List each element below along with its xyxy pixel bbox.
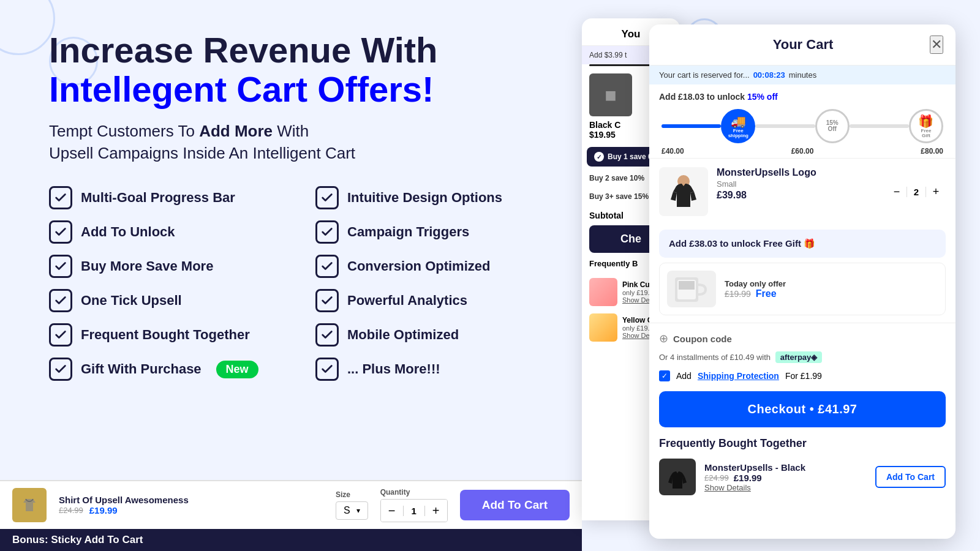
cart-item-image xyxy=(659,167,708,216)
sticky-size-label: Size xyxy=(336,490,368,499)
feature-item: Campaign Triggers xyxy=(315,220,545,244)
check-icon-8 xyxy=(315,220,339,244)
gift-item-prices: £19.99 Free xyxy=(725,288,938,299)
cart-qty-value: 2 xyxy=(907,187,926,197)
checkout-button[interactable]: Checkout • £41.97 xyxy=(659,391,946,427)
freq-bought-new-price: £19.99 xyxy=(734,473,762,483)
sticky-new-price: £19.99 xyxy=(89,505,118,515)
prog-node-1: 🚚 Freeshipping xyxy=(721,109,755,143)
svg-rect-4 xyxy=(679,281,695,290)
free-gift-banner: Add £38.03 to unlock Free Gift 🎁 xyxy=(659,230,946,258)
progress-bar-section: 🚚 Freeshipping 15%Off 🎁 FreeGift xyxy=(649,102,956,158)
cart-close-button[interactable]: ✕ xyxy=(930,36,943,54)
prog-segment-1 xyxy=(662,124,721,128)
freq-add-to-cart-button[interactable]: Add To Cart xyxy=(875,466,946,488)
timer-suffix: minutes xyxy=(789,70,817,80)
coupon-label[interactable]: Coupon code xyxy=(673,334,732,344)
afterpay-row: Or 4 installments of £10.49 with afterpa… xyxy=(659,351,946,363)
freq-bought-details: MonsterUpsells - Black £24.99 £19.99 Sho… xyxy=(704,462,867,492)
feature-col-1: Multi-Goal Progress Bar Add To Unlock Bu… xyxy=(49,186,279,381)
freq-bought-old-price: £24.99 xyxy=(704,473,729,482)
freq-bought-prices: £24.99 £19.99 xyxy=(704,473,867,483)
sticky-product-name: Shirt Of Upsell Awesomeness xyxy=(59,495,323,505)
qty-increase-button[interactable]: + xyxy=(425,500,447,522)
cart-qty-decrease-button[interactable]: − xyxy=(887,182,907,201)
gift-icon: 🎁 xyxy=(918,114,933,129)
check-icon-12 xyxy=(315,358,339,381)
freq-bought-image xyxy=(659,459,696,495)
prog-segment-3 xyxy=(850,124,909,128)
feature-label-1: Multi-Goal Progress Bar xyxy=(81,190,235,206)
feature-label-3: Buy More Save More xyxy=(81,258,213,274)
check-icon-2 xyxy=(49,220,72,244)
sticky-qty-value: 1 xyxy=(403,506,425,516)
check-icon-4 xyxy=(49,289,72,312)
freq-bought-name: MonsterUpsells - Black xyxy=(704,462,867,473)
check-active-icon: ✓ xyxy=(594,152,604,162)
feature-label-7: Intuitive Design Options xyxy=(347,190,502,206)
frequently-bought-title: Frequently Bought Together xyxy=(659,437,946,450)
shipping-link[interactable]: Shipping Protection xyxy=(698,371,779,381)
cart-header: Your Cart ✕ xyxy=(649,24,956,66)
feature-col-2: Intuitive Design Options Campaign Trigge… xyxy=(315,186,545,381)
cart-timer: 00:08:23 xyxy=(753,70,785,80)
cart-unlock-bar: Add £18.03 to unlock 15% off xyxy=(649,84,956,102)
feature-item: ... Plus More!!! xyxy=(315,358,545,381)
prog-label-1: £40.00 xyxy=(662,147,755,156)
feature-label-6: Gift With Purchase xyxy=(81,361,202,377)
shipping-add-text: Add xyxy=(676,371,692,381)
cart-title: Your Cart xyxy=(676,37,930,53)
afterpay-badge: afterpay◈ xyxy=(775,351,823,363)
cart-item-size: Small xyxy=(717,179,878,189)
cart-panel-main: Your Cart ✕ Your cart is reserved for...… xyxy=(649,24,956,539)
chevron-down-icon: ▾ xyxy=(356,506,360,515)
shipping-checkbox[interactable]: ✓ xyxy=(659,370,670,381)
prog-labels: £40.00 £60.00 £80.00 xyxy=(662,147,943,156)
truck-icon: 🚚 xyxy=(731,114,746,129)
free-gift-text: Add £38.03 to unlock Free Gift 🎁 xyxy=(669,238,815,249)
cart-item-qty-control: − 2 + xyxy=(887,167,946,216)
sticky-qty-section: Quantity − 1 + xyxy=(380,488,448,522)
cart-qty-increase-button[interactable]: + xyxy=(926,182,946,201)
sticky-qty-label: Quantity xyxy=(380,488,448,497)
check-icon-1 xyxy=(49,186,72,209)
cart-item-name: MonsterUpsells Logo xyxy=(717,167,878,178)
subheadline: Tempt Customers To Add More With Upsell … xyxy=(49,120,545,165)
feature-item: Intuitive Design Options xyxy=(315,186,545,209)
shipping-price: For £1.99 xyxy=(785,371,822,381)
freq-item-img-2 xyxy=(589,313,617,342)
feature-label-11: Mobile Optimized xyxy=(347,327,459,343)
feature-label-5: Frequent Bought Together xyxy=(81,327,250,343)
check-icon-3 xyxy=(49,255,72,278)
sticky-size-value: S xyxy=(344,505,350,516)
cart-item-details: MonsterUpsells Logo Small £39.98 xyxy=(717,167,878,216)
cart-reserved-bar: Your cart is reserved for... 00:08:23 mi… xyxy=(649,66,956,84)
sticky-add-to-cart-button[interactable]: Add To Cart xyxy=(460,490,570,520)
sticky-size-select[interactable]: S ▾ xyxy=(336,501,368,520)
check-icon-10 xyxy=(315,289,339,312)
cart-item-price: £39.98 xyxy=(717,190,878,201)
coupon-row: ⊕ Coupon code xyxy=(659,332,946,345)
qty-decrease-button[interactable]: − xyxy=(381,500,403,522)
sticky-old-price: £24.99 xyxy=(59,506,83,515)
sticky-product-info: Shirt Of Upsell Awesomeness £24.99 £19.9… xyxy=(59,495,323,515)
new-badge: New xyxy=(216,361,258,378)
prog-node-2: 15%Off xyxy=(815,109,850,143)
feature-label-12: ... Plus More!!! xyxy=(347,361,440,377)
cart-bg-product-img: ◼ xyxy=(589,73,632,116)
feature-label-10: Powerful Analytics xyxy=(347,293,467,309)
freq-bought-show-details[interactable]: Show Details xyxy=(704,483,867,492)
sticky-size-section: Size S ▾ xyxy=(336,490,368,520)
check-icon-7 xyxy=(315,186,339,209)
cart-item: MonsterUpsells Logo Small £39.98 − 2 + xyxy=(649,158,956,225)
coupon-icon: ⊕ xyxy=(659,332,668,345)
reserved-text: Your cart is reserved for... xyxy=(659,70,750,80)
shipping-row: ✓ Add Shipping Protection For £1.99 xyxy=(659,370,946,381)
prog-label-2: £60.00 xyxy=(755,147,849,156)
check-icon-6 xyxy=(49,358,72,381)
sticky-product-thumbnail xyxy=(12,488,47,522)
check-icon-9 xyxy=(315,255,339,278)
gift-item: Today only offer £19.99 Free xyxy=(659,263,946,315)
gift-free-label: Free xyxy=(756,288,777,299)
headline-line1: Increase Revenue With xyxy=(49,31,545,70)
